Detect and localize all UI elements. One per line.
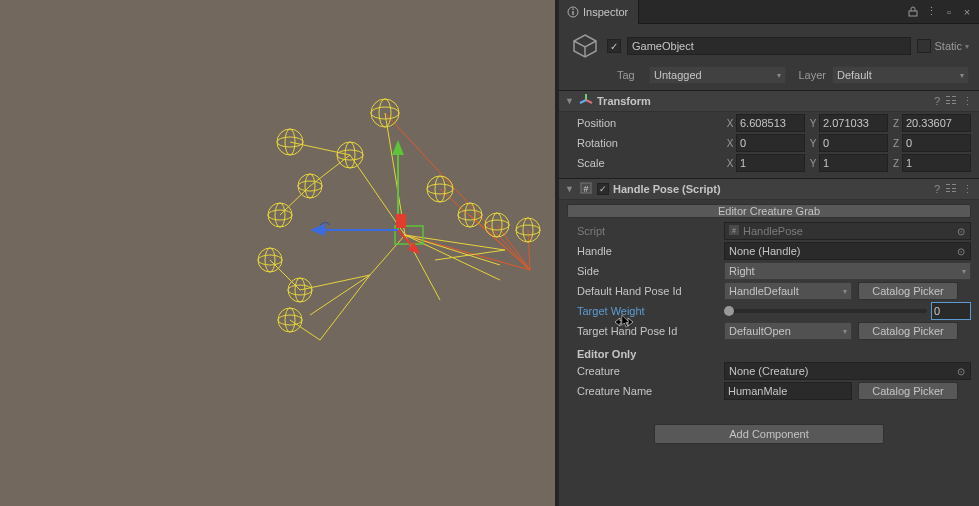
default-hand-dropdown[interactable]: HandleDefault▾ [724, 282, 852, 300]
static-label: Static [934, 40, 962, 52]
svg-text:#: # [732, 227, 736, 234]
svg-text:#: # [583, 184, 588, 194]
inspector-tab-bar: Inspector ⋮ ▫ × [559, 0, 979, 24]
foldout-icon: ▼ [565, 96, 575, 106]
layer-label: Layer [792, 69, 826, 81]
svg-rect-79 [946, 103, 950, 104]
object-picker-icon[interactable]: ⊙ [954, 244, 968, 258]
default-hand-label: Default Hand Pose Id [567, 285, 722, 297]
context-menu-icon[interactable]: ⋮ [962, 95, 973, 108]
svg-line-16 [370, 235, 405, 275]
svg-line-8 [290, 142, 350, 155]
svg-rect-83 [946, 184, 950, 185]
svg-line-12 [435, 250, 505, 260]
gameobject-name-input[interactable] [627, 37, 911, 55]
presets-icon[interactable] [946, 95, 956, 107]
side-label: Side [567, 265, 722, 277]
handle-label: Handle [567, 245, 722, 257]
component-enabled-checkbox[interactable]: ✓ [597, 183, 609, 195]
tag-dropdown[interactable]: Untagged▾ [649, 66, 786, 84]
catalog-picker-button[interactable]: Catalog Picker [858, 382, 958, 400]
foldout-icon: ▼ [565, 184, 575, 194]
catalog-picker-button[interactable]: Catalog Picker [858, 282, 958, 300]
svg-rect-87 [946, 191, 950, 192]
rotation-z-input[interactable] [902, 134, 971, 152]
editor-creature-grab-button[interactable]: Editor Creature Grab [567, 204, 971, 218]
position-x-input[interactable] [736, 114, 805, 132]
svg-rect-80 [952, 103, 956, 104]
context-menu-icon[interactable]: ⋮ [962, 183, 973, 196]
csharp-icon: # [729, 225, 739, 237]
svg-rect-63 [396, 214, 406, 228]
position-z-input[interactable] [902, 114, 971, 132]
inspector-panel: Inspector ⋮ ▫ × ✓ Static ▾ Tag Untagged▾… [559, 0, 979, 506]
handle-field[interactable]: None (Handle) ⊙ [724, 242, 971, 260]
svg-marker-65 [310, 224, 325, 236]
svg-line-3 [497, 225, 530, 270]
transform-header[interactable]: ▼ Transform ? ⋮ [559, 90, 979, 112]
script-field: # HandlePose ⊙ [724, 222, 971, 240]
scale-x-input[interactable] [736, 154, 805, 172]
target-hand-dropdown[interactable]: DefaultOpen▾ [724, 322, 852, 340]
inspector-tab-label: Inspector [583, 6, 628, 18]
target-weight-input[interactable] [931, 302, 971, 320]
script-label: Script [567, 225, 722, 237]
target-weight-slider[interactable] [724, 302, 927, 320]
help-icon[interactable]: ? [934, 95, 940, 107]
creature-label: Creature [567, 365, 722, 377]
svg-rect-75 [946, 96, 950, 97]
editor-only-header: Editor Only [567, 342, 971, 360]
scale-z-input[interactable] [902, 154, 971, 172]
handlepose-title: Handle Pose (Script) [613, 183, 930, 195]
position-label: Position [567, 117, 722, 129]
creature-name-input[interactable] [724, 382, 852, 400]
info-icon [567, 6, 579, 18]
target-weight-label[interactable]: Target Weight [567, 305, 722, 317]
svg-rect-86 [952, 188, 956, 189]
inspector-tab[interactable]: Inspector [559, 0, 639, 24]
creature-name-label: Creature Name [567, 385, 722, 397]
svg-rect-68 [572, 8, 573, 9]
static-toggle[interactable]: Static ▾ [917, 39, 969, 53]
object-picker-icon: ⊙ [954, 224, 968, 238]
svg-line-74 [580, 100, 586, 103]
svg-rect-78 [952, 100, 956, 101]
catalog-picker-button[interactable]: Catalog Picker [858, 322, 958, 340]
transform-icon [579, 93, 593, 109]
rotation-label: Rotation [567, 137, 722, 149]
object-picker-icon[interactable]: ⊙ [954, 364, 968, 378]
help-icon[interactable]: ? [934, 183, 940, 195]
scale-label: Scale [567, 157, 722, 169]
svg-rect-76 [952, 96, 956, 97]
rotation-x-input[interactable] [736, 134, 805, 152]
window-menu-icon[interactable]: ⋮ [925, 6, 937, 18]
svg-rect-85 [946, 188, 950, 189]
position-y-input[interactable] [819, 114, 888, 132]
side-dropdown[interactable]: Right▾ [724, 262, 971, 280]
gameobject-icon[interactable] [569, 30, 601, 62]
target-hand-label: Target Hand Pose Id [567, 325, 722, 337]
handlepose-header[interactable]: ▼ # ✓ Handle Pose (Script) ? ⋮ [559, 178, 979, 200]
scene-viewport[interactable] [0, 0, 555, 506]
layer-dropdown[interactable]: Default▾ [832, 66, 969, 84]
scale-y-input[interactable] [819, 154, 888, 172]
svg-rect-67 [572, 11, 573, 15]
svg-rect-88 [952, 191, 956, 192]
svg-line-73 [586, 100, 592, 103]
active-checkbox[interactable]: ✓ [607, 39, 621, 53]
svg-rect-84 [952, 184, 956, 185]
rotation-y-input[interactable] [819, 134, 888, 152]
maximize-icon[interactable]: ▫ [943, 6, 955, 18]
svg-marker-60 [392, 140, 404, 155]
close-icon[interactable]: × [961, 6, 973, 18]
lock-icon[interactable] [907, 6, 919, 18]
object-header: ✓ Static ▾ [559, 24, 979, 64]
script-component-icon: # [579, 181, 593, 197]
presets-icon[interactable] [946, 183, 956, 195]
add-component-button[interactable]: Add Component [654, 424, 884, 444]
tag-label: Tag [617, 69, 643, 81]
creature-field[interactable]: None (Creature) ⊙ [724, 362, 971, 380]
svg-line-20 [320, 275, 370, 340]
svg-rect-69 [909, 11, 917, 16]
svg-line-4 [528, 230, 530, 270]
